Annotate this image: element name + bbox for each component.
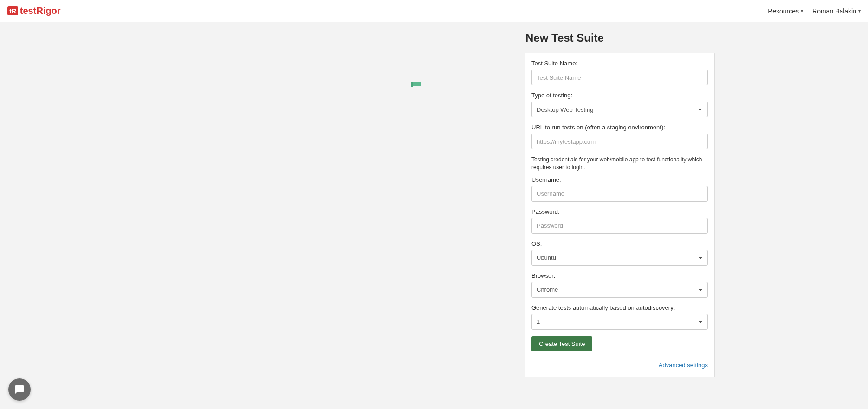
group-username: Username: — [531, 176, 708, 202]
group-os: OS: Ubuntu — [531, 240, 708, 266]
advanced-settings-link[interactable]: Advanced settings — [531, 362, 708, 369]
caret-down-icon: ▾ — [801, 8, 803, 13]
label-type-of-testing: Type of testing: — [531, 92, 708, 99]
logo-badge: tR — [7, 6, 18, 15]
nav-user[interactable]: Roman Balakin ▾ — [812, 7, 861, 15]
input-suite-name[interactable] — [531, 70, 708, 85]
group-browser: Browser: Chrome — [531, 272, 708, 298]
label-os: OS: — [531, 240, 708, 247]
label-browser: Browser: — [531, 272, 708, 279]
select-autodiscovery[interactable]: 1 — [531, 314, 708, 330]
input-password[interactable] — [531, 218, 708, 234]
label-url: URL to run tests on (often a staging env… — [531, 124, 708, 131]
nav-user-label: Roman Balakin — [812, 7, 856, 15]
top-nav: tR testRigor Resources ▾ Roman Balakin ▾ — [0, 0, 868, 22]
brand-name: testRigor — [20, 6, 61, 16]
label-password: Password: — [531, 208, 708, 215]
group-type-of-testing: Type of testing: Desktop Web Testing — [531, 92, 708, 117]
label-suite-name: Test Suite Name: — [531, 60, 708, 67]
page-title: New Test Suite — [525, 32, 715, 45]
credentials-hint: Testing credentials for your web/mobile … — [531, 156, 708, 172]
group-suite-name: Test Suite Name: — [531, 60, 708, 85]
form-column: New Test Suite Test Suite Name: Type of … — [525, 32, 715, 377]
label-username: Username: — [531, 176, 708, 183]
pin-icon — [411, 81, 421, 85]
caret-down-icon: ▾ — [858, 8, 861, 13]
page-content: New Test Suite Test Suite Name: Type of … — [0, 22, 868, 377]
brand-logo[interactable]: tR testRigor — [7, 6, 61, 16]
select-os[interactable]: Ubuntu — [531, 250, 708, 266]
select-browser[interactable]: Chrome — [531, 282, 708, 298]
nav-right: Resources ▾ Roman Balakin ▾ — [768, 7, 861, 15]
nav-resources-label: Resources — [768, 7, 799, 15]
label-autodiscovery: Generate tests automatically based on au… — [531, 304, 708, 311]
form-card: Test Suite Name: Type of testing: Deskto… — [525, 53, 715, 377]
group-password: Password: — [531, 208, 708, 234]
select-type-of-testing[interactable]: Desktop Web Testing — [531, 102, 708, 117]
nav-resources[interactable]: Resources ▾ — [768, 7, 803, 15]
input-url[interactable] — [531, 134, 708, 149]
input-username[interactable] — [531, 186, 708, 202]
group-url: URL to run tests on (often a staging env… — [531, 124, 708, 149]
create-test-suite-button[interactable]: Create Test Suite — [531, 336, 592, 351]
group-autodiscovery: Generate tests automatically based on au… — [531, 304, 708, 330]
